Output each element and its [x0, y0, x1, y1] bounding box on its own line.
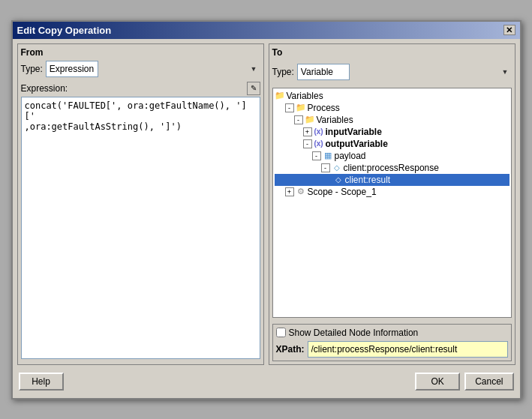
- to-type-row: Type: Variable Expression Literal: [272, 64, 512, 80]
- expand-inputvariable[interactable]: +: [303, 127, 312, 136]
- tree-label-payload: payload: [335, 151, 366, 161]
- xpath-input[interactable]: [308, 341, 508, 358]
- to-type-select[interactable]: Variable Expression Literal: [297, 64, 350, 80]
- expand-scope1[interactable]: +: [285, 187, 294, 196]
- tree-node-clientresult[interactable]: ◇ client:result: [275, 174, 509, 186]
- dialog: Edit Copy Operation ✕ From Type: Express…: [11, 20, 521, 400]
- to-type-label: Type:: [272, 67, 294, 77]
- tree-node-scope1[interactable]: + ⚙ Scope - Scope_1: [275, 186, 509, 198]
- tree-node-inputvariable[interactable]: + (x) inputVariable: [275, 126, 509, 138]
- tree-label-process: Process: [308, 103, 340, 113]
- expression-edit-icon[interactable]: ✎: [247, 82, 260, 95]
- title-bar: Edit Copy Operation ✕: [13, 22, 520, 39]
- expand-process[interactable]: -: [285, 103, 294, 112]
- expand-outputvariable[interactable]: -: [303, 139, 312, 148]
- to-panel-inner: To Type: Variable Expression Literal: [272, 47, 512, 361]
- tree-label-variables: Variables: [287, 91, 323, 101]
- dialog-title: Edit Copy Operation: [17, 25, 112, 36]
- scope-icon: ⚙: [296, 187, 306, 197]
- from-type-select-wrapper: Expression Variable Literal: [46, 61, 260, 77]
- node-icon-clientresult: ◇: [333, 175, 344, 185]
- expression-label: Expression:: [21, 83, 68, 94]
- show-node-info-row: Show Detailed Node Information: [276, 328, 508, 338]
- variable-tree[interactable]: 📁 Variables - 📁 Process: [272, 88, 512, 318]
- panels: From Type: Expression Variable Literal E…: [17, 43, 515, 365]
- tree-label-processresponse: client:processResponse: [344, 163, 439, 173]
- from-panel-title: From: [21, 47, 260, 58]
- expand-processresponse[interactable]: -: [321, 163, 330, 172]
- show-node-info-label: Show Detailed Node Information: [289, 328, 419, 338]
- cancel-button[interactable]: Cancel: [464, 373, 513, 391]
- ok-button[interactable]: OK: [415, 373, 460, 391]
- expression-textarea[interactable]: concat('FAULTED[', ora:getFaultName(), '…: [21, 97, 260, 359]
- process-folder-icon: 📁: [296, 103, 306, 113]
- var-icon-output: (x): [314, 139, 324, 149]
- dialog-body: From Type: Expression Variable Literal E…: [13, 39, 520, 398]
- payload-icon: ▦: [323, 151, 333, 161]
- tree-label-scope1: Scope - Scope_1: [308, 187, 377, 197]
- ok-cancel-group: OK Cancel: [415, 373, 513, 391]
- tree-node-variables2[interactable]: - 📁 Variables: [275, 114, 509, 126]
- folder-icon: 📁: [275, 91, 285, 101]
- expand-variables2[interactable]: -: [294, 115, 303, 124]
- to-type-select-wrapper: Variable Expression Literal: [297, 64, 512, 80]
- from-type-label: Type:: [21, 64, 43, 74]
- tree-label-variables2: Variables: [317, 115, 353, 125]
- xpath-row: XPath:: [276, 341, 508, 358]
- expression-label-row: Expression: ✎: [21, 82, 260, 95]
- tree-node-payload[interactable]: - ▦ payload: [275, 150, 509, 162]
- xpath-label: XPath:: [276, 344, 305, 355]
- dialog-footer: Help OK Cancel: [17, 370, 515, 394]
- to-panel: To Type: Variable Expression Literal: [269, 43, 515, 365]
- tree-node-outputvariable[interactable]: - (x) outputVariable: [275, 138, 509, 150]
- expand-payload[interactable]: -: [312, 151, 321, 160]
- from-panel: From Type: Expression Variable Literal E…: [17, 43, 264, 365]
- tree-label-inputvariable: inputVariable: [326, 127, 382, 137]
- tree-node-process[interactable]: - 📁 Process: [275, 102, 509, 114]
- tree-node-processresponse[interactable]: - ◇ client:processResponse: [275, 162, 509, 174]
- vars-folder-icon: 📁: [305, 115, 315, 125]
- var-icon-input: (x): [314, 127, 324, 137]
- tree-label-clientresult: client:result: [345, 175, 391, 185]
- tree-label-outputvariable: outputVariable: [326, 139, 388, 149]
- close-button[interactable]: ✕: [503, 25, 515, 35]
- show-node-info-checkbox[interactable]: [276, 328, 286, 337]
- to-panel-title: To: [272, 47, 512, 58]
- node-icon-processresponse: ◇: [332, 163, 342, 173]
- help-button[interactable]: Help: [19, 373, 64, 391]
- from-type-row: Type: Expression Variable Literal: [21, 61, 260, 77]
- tree-node-variables[interactable]: 📁 Variables: [275, 90, 509, 102]
- xpath-section: Show Detailed Node Information XPath:: [272, 324, 512, 361]
- from-type-select[interactable]: Expression Variable Literal: [46, 61, 98, 77]
